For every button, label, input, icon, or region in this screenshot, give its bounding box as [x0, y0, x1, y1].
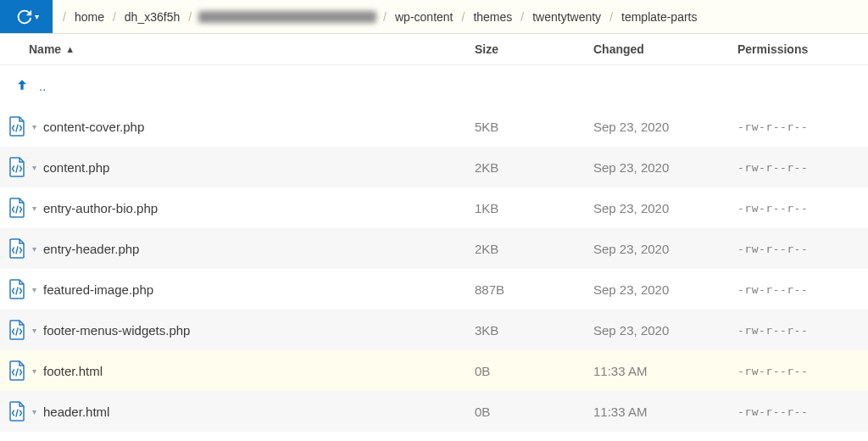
- code-file-icon: [8, 116, 25, 137]
- file-permissions: -rw-r--r--: [729, 283, 848, 296]
- column-header-name[interactable]: Name ▲: [29, 42, 475, 56]
- file-changed: Sep 23, 2020: [593, 160, 729, 175]
- column-header-changed-label: Changed: [593, 42, 644, 56]
- file-name[interactable]: header.html: [43, 405, 109, 419]
- row-menu-caret[interactable]: ▾: [29, 244, 40, 254]
- file-changed: 11:33 AM: [593, 364, 729, 378]
- table-row[interactable]: ▾header.html0B11:33 AM-rw-r--r--: [0, 391, 868, 432]
- history-button[interactable]: ▾: [0, 0, 53, 33]
- breadcrumb-separator: /: [61, 10, 68, 24]
- column-header-changed[interactable]: Changed: [593, 42, 729, 56]
- file-size: 2KB: [475, 160, 593, 175]
- row-menu-caret[interactable]: ▾: [29, 163, 40, 172]
- code-file-icon: [8, 238, 25, 259]
- breadcrumb-item[interactable]: template-parts: [615, 7, 704, 27]
- table-row[interactable]: ▾entry-header.php2KBSep 23, 2020-rw-r--r…: [0, 228, 868, 269]
- breadcrumb-item[interactable]: home: [68, 7, 111, 27]
- code-file-icon: [8, 279, 25, 299]
- file-name-cell: ▾header.html: [8, 401, 475, 421]
- file-size: 2KB: [475, 242, 593, 256]
- file-size: 887B: [475, 282, 593, 297]
- table-row[interactable]: ▾entry-author-bio.php1KBSep 23, 2020-rw-…: [0, 187, 868, 228]
- file-size: 3KB: [475, 323, 593, 338]
- file-list: .. ▾content-cover.php5KBSep 23, 2020-rw-…: [0, 65, 868, 432]
- file-name[interactable]: content-cover.php: [43, 120, 144, 134]
- file-changed: Sep 23, 2020: [593, 242, 729, 256]
- table-row[interactable]: ▾content-cover.php5KBSep 23, 2020-rw-r--…: [0, 106, 868, 147]
- file-permissions: -rw-r--r--: [729, 365, 848, 377]
- file-changed: Sep 23, 2020: [593, 201, 729, 215]
- file-permissions: -rw-r--r--: [729, 120, 848, 133]
- breadcrumb-separator: /: [519, 10, 526, 24]
- file-size: 5KB: [475, 120, 593, 134]
- parent-directory-label: ..: [39, 79, 46, 93]
- parent-directory-row[interactable]: ..: [0, 65, 868, 106]
- breadcrumb-item[interactable]: dh_x36f5h: [118, 7, 186, 27]
- file-name-cell: ▾featured-image.php: [8, 279, 475, 299]
- dropdown-caret-icon: ▾: [35, 12, 39, 21]
- column-header-size-label: Size: [475, 42, 498, 56]
- file-name[interactable]: featured-image.php: [43, 282, 153, 297]
- file-changed: Sep 23, 2020: [593, 323, 729, 338]
- breadcrumb-separator: /: [608, 10, 615, 24]
- table-row[interactable]: ▾content.php2KBSep 23, 2020-rw-r--r--: [0, 147, 868, 187]
- file-permissions: -rw-r--r--: [729, 202, 848, 215]
- row-menu-caret[interactable]: ▾: [29, 407, 40, 416]
- top-toolbar: ▾ /home/dh_x36f5h//wp-content/themes/twe…: [0, 0, 868, 34]
- table-row[interactable]: ▾footer.html0B11:33 AM-rw-r--r--: [0, 350, 868, 391]
- file-changed: Sep 23, 2020: [593, 282, 729, 297]
- code-file-icon: [8, 320, 25, 340]
- breadcrumb-separator: /: [111, 10, 118, 24]
- file-permissions: -rw-r--r--: [729, 405, 848, 418]
- code-file-icon: [8, 198, 25, 218]
- file-permissions: -rw-r--r--: [729, 324, 848, 337]
- row-menu-caret[interactable]: ▾: [29, 326, 40, 335]
- file-changed: 11:33 AM: [593, 405, 729, 419]
- file-name-cell: ▾footer-menus-widgets.php: [8, 320, 475, 340]
- file-changed: Sep 23, 2020: [593, 120, 729, 134]
- row-menu-caret[interactable]: ▾: [29, 204, 40, 213]
- file-name[interactable]: footer.html: [43, 364, 103, 378]
- column-header-permissions-label: Permissions: [737, 42, 808, 56]
- column-header-row: Name ▲ Size Changed Permissions: [0, 34, 868, 65]
- code-file-icon: [8, 157, 25, 177]
- breadcrumb-separator: /: [459, 10, 466, 24]
- file-name[interactable]: entry-author-bio.php: [43, 201, 158, 215]
- row-menu-caret[interactable]: ▾: [29, 366, 40, 376]
- file-name-cell: ▾content-cover.php: [8, 116, 475, 137]
- file-name-cell: ▾entry-header.php: [8, 238, 475, 259]
- breadcrumb-item-redacted[interactable]: [198, 11, 376, 23]
- row-menu-caret[interactable]: ▾: [29, 122, 40, 131]
- history-icon: [14, 8, 33, 26]
- breadcrumb-item[interactable]: wp-content: [388, 7, 459, 27]
- file-name-cell: ▾entry-author-bio.php: [8, 198, 475, 218]
- file-name[interactable]: footer-menus-widgets.php: [43, 323, 190, 338]
- column-header-name-label: Name: [29, 42, 61, 56]
- code-file-icon: [8, 360, 25, 381]
- breadcrumb: /home/dh_x36f5h//wp-content/themes/twent…: [53, 0, 713, 33]
- file-name-cell: ▾content.php: [8, 157, 475, 177]
- breadcrumb-separator: /: [186, 10, 193, 24]
- breadcrumb-separator: /: [381, 10, 388, 24]
- sort-ascending-icon: ▲: [65, 44, 75, 54]
- file-name-cell: ▾footer.html: [8, 360, 475, 381]
- file-name[interactable]: content.php: [43, 160, 109, 175]
- table-row[interactable]: ▾featured-image.php887BSep 23, 2020-rw-r…: [0, 269, 868, 310]
- column-header-permissions[interactable]: Permissions: [729, 42, 848, 56]
- breadcrumb-item[interactable]: twentytwenty: [526, 7, 608, 27]
- file-size: 0B: [475, 364, 593, 378]
- file-permissions: -rw-r--r--: [729, 161, 848, 174]
- file-permissions: -rw-r--r--: [729, 243, 848, 255]
- breadcrumb-item[interactable]: themes: [466, 7, 519, 27]
- code-file-icon: [8, 401, 25, 421]
- file-size: 1KB: [475, 201, 593, 215]
- file-name[interactable]: entry-header.php: [43, 242, 139, 256]
- go-up-icon: [14, 76, 31, 96]
- row-menu-caret[interactable]: ▾: [29, 285, 40, 294]
- file-size: 0B: [475, 405, 593, 419]
- column-header-size[interactable]: Size: [475, 42, 593, 56]
- table-row[interactable]: ▾footer-menus-widgets.php3KBSep 23, 2020…: [0, 310, 868, 350]
